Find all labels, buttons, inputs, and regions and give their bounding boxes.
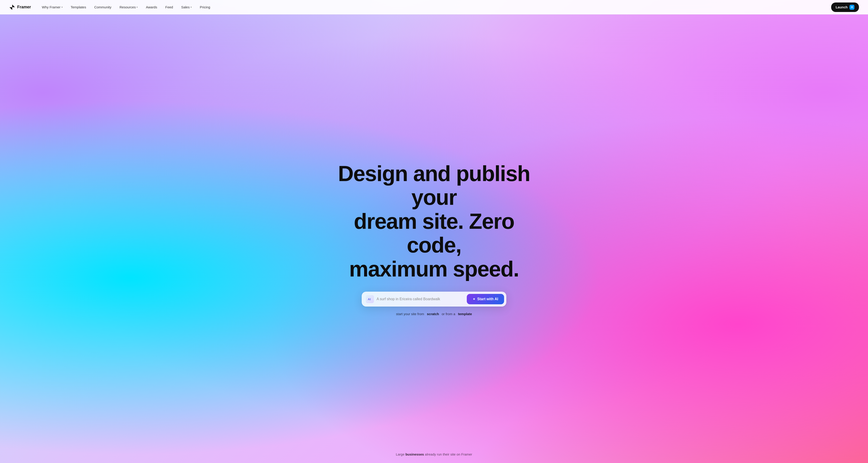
- nav-item-templates[interactable]: Templates: [67, 3, 90, 11]
- start-with-ai-label: Start with AI: [477, 297, 498, 301]
- ai-input-box: AI ✦ Start with AI: [362, 291, 506, 307]
- hero-bottom-text: Large businesses already run their site …: [0, 452, 868, 456]
- sparkle-icon: ✦: [473, 297, 475, 301]
- ai-icon-container: AI: [366, 295, 374, 303]
- launch-button[interactable]: Launch H: [831, 2, 859, 12]
- ai-logo-icon: AI: [367, 297, 373, 302]
- nav-links: Why Framer ▾ Templates Community Resourc…: [38, 3, 831, 11]
- scratch-link[interactable]: scratch: [427, 312, 439, 316]
- ai-icon: AI: [366, 295, 374, 303]
- framer-logo-icon: [9, 4, 16, 10]
- nav-item-resources[interactable]: Resources ▾: [116, 3, 142, 11]
- nav-item-why-framer[interactable]: Why Framer ▾: [38, 3, 66, 11]
- logo-link[interactable]: Framer: [9, 4, 31, 10]
- hero-section: Design and publish your dream site. Zero…: [0, 0, 868, 463]
- hero-content: Design and publish your dream site. Zero…: [332, 162, 536, 316]
- nav-actions: Launch H: [831, 2, 859, 12]
- nav-item-feed[interactable]: Feed: [162, 3, 177, 11]
- launch-button-label: Launch: [836, 5, 848, 9]
- nav-item-sales[interactable]: Sales ▾: [178, 3, 195, 11]
- logo-text: Framer: [17, 5, 31, 9]
- start-with-ai-button[interactable]: ✦ Start with AI: [467, 294, 504, 304]
- nav-item-pricing[interactable]: Pricing: [196, 3, 214, 11]
- nav-item-community[interactable]: Community: [91, 3, 115, 11]
- svg-text:AI: AI: [368, 298, 371, 301]
- hero-title: Design and publish your dream site. Zero…: [337, 162, 531, 281]
- template-link[interactable]: template: [458, 312, 472, 316]
- launch-badge: H: [849, 5, 855, 10]
- nav-item-awards[interactable]: Awards: [142, 3, 161, 11]
- chevron-down-icon: ▾: [136, 6, 138, 8]
- hero-helper-text: start your site from scratch or from a t…: [396, 312, 472, 316]
- navbar: Framer Why Framer ▾ Templates Community …: [0, 0, 868, 14]
- hero-bottom: Large businesses already run their site …: [0, 452, 868, 456]
- ai-prompt-input[interactable]: [377, 297, 464, 301]
- chevron-down-icon: ▾: [61, 6, 63, 8]
- chevron-down-icon: ▾: [191, 6, 192, 8]
